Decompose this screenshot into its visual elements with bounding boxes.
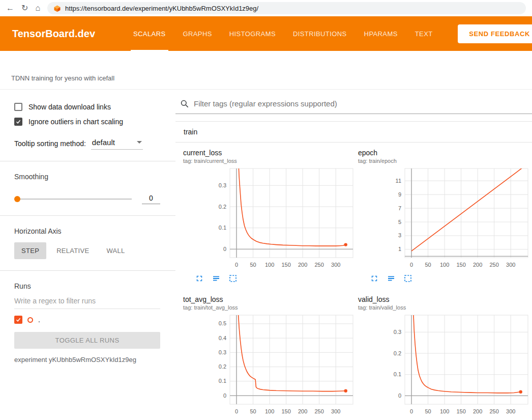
svg-text:0.3: 0.3 <box>219 349 226 355</box>
svg-text:50: 50 <box>425 262 431 268</box>
url-text: https://tensorboard.dev/experiment/yKUbh… <box>65 5 258 12</box>
back-icon[interactable]: ← <box>6 4 14 12</box>
tab-text[interactable]: TEXT <box>406 16 441 51</box>
svg-text:200: 200 <box>298 408 307 414</box>
svg-text:250: 250 <box>314 262 323 268</box>
svg-text:0: 0 <box>410 408 413 414</box>
svg-text:300: 300 <box>331 262 340 268</box>
svg-text:150: 150 <box>456 408 465 414</box>
svg-text:0.1: 0.1 <box>219 378 226 384</box>
svg-text:0.2: 0.2 <box>219 204 226 210</box>
tab-distributions[interactable]: DISTRIBUTIONS <box>284 16 356 51</box>
chart-title: tot_avg_loss <box>183 295 358 303</box>
line-chart[interactable]: 0501001502002503001357911 <box>358 166 532 273</box>
fit-domain-button[interactable] <box>403 274 413 284</box>
chart-title: epoch <box>358 149 532 157</box>
runs-filter-input[interactable] <box>14 292 160 309</box>
svg-text:0: 0 <box>223 393 226 399</box>
svg-text:0: 0 <box>398 393 401 399</box>
fullscreen-button[interactable] <box>194 274 204 284</box>
ignore-outliers-checkbox[interactable] <box>14 118 22 126</box>
tooltip-sorting-label: Tooltip sorting method: <box>14 139 86 148</box>
ignore-outliers-row[interactable]: Ignore outliers in chart scaling <box>14 118 160 126</box>
smoothing-slider[interactable] <box>14 195 132 203</box>
tag-group-card: train current_loss tag: train/current_lo… <box>175 121 532 420</box>
show-download-links-checkbox[interactable] <box>14 103 22 111</box>
experiment-caption: experiment yKUbhb5wRmOSXYkId1z9eg <box>14 356 160 363</box>
svg-text:200: 200 <box>473 408 482 414</box>
chart-tag: tag: train/current_loss <box>183 158 358 164</box>
show-download-links-row[interactable]: Show data download links <box>14 103 160 111</box>
smoothing-label: Smoothing <box>14 173 160 181</box>
svg-text:7: 7 <box>398 205 401 211</box>
svg-text:0: 0 <box>235 408 238 414</box>
svg-text:3: 3 <box>398 232 401 238</box>
svg-text:100: 100 <box>440 262 449 268</box>
svg-text:300: 300 <box>506 408 515 414</box>
tab-histograms[interactable]: HISTOGRAMS <box>221 16 284 51</box>
experiment-header: TDNN training for yesno with icefall <box>0 51 532 90</box>
run-checkbox[interactable] <box>14 316 22 324</box>
chart-actions <box>183 274 358 284</box>
smoothing-value[interactable]: 0 <box>142 194 160 204</box>
svg-text:0.4: 0.4 <box>219 335 226 341</box>
check-icon <box>15 317 21 323</box>
data-table-button[interactable] <box>211 274 221 284</box>
svg-text:100: 100 <box>265 262 274 268</box>
svg-text:0.3: 0.3 <box>219 182 226 188</box>
address-bar[interactable]: https://tensorboard.dev/experiment/yKUbh… <box>47 2 526 14</box>
axis-step-button[interactable]: STEP <box>14 242 46 259</box>
svg-text:200: 200 <box>298 262 307 268</box>
line-chart[interactable]: 05010015020025030000.10.20.3 <box>358 313 532 419</box>
svg-text:11: 11 <box>396 178 401 184</box>
svg-text:250: 250 <box>314 408 323 414</box>
tab-hparams[interactable]: HPARAMS <box>356 16 406 51</box>
home-icon[interactable]: ⌂ <box>35 4 40 12</box>
toggle-all-runs-button[interactable]: TOGGLE ALL RUNS <box>14 332 160 349</box>
scalars-dashboard: train current_loss tag: train/current_lo… <box>175 90 532 420</box>
chart-card: valid_loss tag: train/valid_loss 0501001… <box>358 295 532 420</box>
tag-filter-input[interactable] <box>194 99 532 108</box>
data-table-icon <box>212 274 221 283</box>
chevron-down-icon <box>137 141 142 144</box>
slider-thumb[interactable] <box>14 196 20 202</box>
main-nav: SCALARS GRAPHS HISTOGRAMS DISTRIBUTIONS … <box>125 16 441 51</box>
run-name: . <box>38 316 40 324</box>
svg-text:300: 300 <box>331 408 340 414</box>
svg-text:200: 200 <box>473 262 482 268</box>
show-download-links-label: Show data download links <box>28 103 111 111</box>
brand-logo[interactable]: TensorBoard.dev <box>12 28 95 40</box>
send-feedback-button[interactable]: SEND FEEDBACK <box>458 24 532 43</box>
fit-domain-icon <box>228 274 238 283</box>
runs-label: Runs <box>14 282 160 290</box>
axis-relative-button[interactable]: RELATIVE <box>49 242 96 259</box>
experiment-title: TDNN training for yesno with icefall <box>11 74 114 82</box>
svg-text:0: 0 <box>410 262 413 268</box>
fullscreen-button[interactable] <box>369 274 379 284</box>
tooltip-sorting-select[interactable]: default <box>91 137 143 150</box>
svg-text:0.2: 0.2 <box>219 363 226 370</box>
tab-scalars[interactable]: SCALARS <box>125 16 174 51</box>
smoothing-slider-row: 0 <box>14 194 160 204</box>
run-row[interactable]: . <box>14 316 160 324</box>
line-chart[interactable]: 05010015020025030000.10.20.30.40.5 <box>183 313 358 419</box>
fit-domain-button[interactable] <box>228 274 238 284</box>
chart-tag: tag: train/epoch <box>358 158 532 164</box>
chart-tag: tag: train/valid_loss <box>358 304 532 311</box>
svg-text:0: 0 <box>235 262 238 268</box>
svg-text:100: 100 <box>265 408 274 414</box>
data-table-button[interactable] <box>386 274 396 284</box>
svg-text:50: 50 <box>425 408 431 414</box>
chart-actions <box>358 274 532 284</box>
chart-card: epoch tag: train/epoch 05010015020025030… <box>358 149 532 284</box>
check-icon <box>15 119 21 125</box>
tab-graphs[interactable]: GRAPHS <box>174 16 221 51</box>
tensorboard-favicon <box>53 5 61 12</box>
divider <box>0 215 175 216</box>
reload-icon[interactable]: ↻ <box>21 4 28 12</box>
divider <box>0 270 175 271</box>
axis-wall-button[interactable]: WALL <box>99 242 132 259</box>
tag-group-header-train[interactable]: train <box>175 122 532 143</box>
line-chart[interactable]: 05010015020025030000.10.20.3 <box>183 166 358 273</box>
ignore-outliers-label: Ignore outliers in chart scaling <box>28 118 123 126</box>
